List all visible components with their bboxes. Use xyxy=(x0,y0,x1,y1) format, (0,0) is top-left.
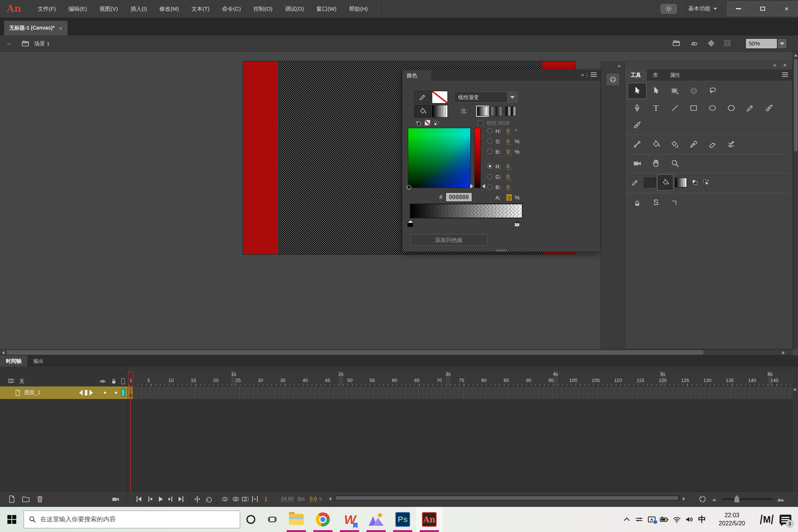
new-layer-button[interactable] xyxy=(7,495,16,504)
center-stage-icon[interactable] xyxy=(706,39,716,48)
scroll-right-arrow[interactable] xyxy=(782,351,785,355)
start-button[interactable] xyxy=(0,507,24,532)
hue-radio[interactable] xyxy=(487,128,492,133)
onion-skin-button[interactable] xyxy=(221,495,230,504)
playhead-line[interactable] xyxy=(130,386,131,491)
taskbar-app-animate-active[interactable]: An xyxy=(416,507,443,532)
menu-view[interactable]: 视图(V) xyxy=(93,0,124,17)
brightness-value[interactable]: 0 xyxy=(507,148,512,155)
volume-tray-icon[interactable] xyxy=(683,507,696,532)
fill-color-swatch-gradient[interactable] xyxy=(432,105,448,117)
timeline-empty-area[interactable] xyxy=(127,399,793,491)
green-radio[interactable] xyxy=(487,174,492,179)
hidden-icons-button[interactable] xyxy=(620,507,633,532)
layer-visibility-dot[interactable] xyxy=(104,392,106,394)
camera-tool[interactable] xyxy=(628,155,647,171)
color-picker-cursor[interactable] xyxy=(407,185,411,190)
chevron-down-icon[interactable] xyxy=(713,8,717,10)
brush-tool[interactable] xyxy=(760,100,778,116)
frame-size-slider-thumb[interactable] xyxy=(734,495,739,502)
tab-tools[interactable]: 工具 xyxy=(625,69,647,81)
collapse-dock-button[interactable]: « xyxy=(773,62,776,68)
black-white-colors-icon[interactable] xyxy=(702,179,710,186)
pen-tool[interactable] xyxy=(628,100,647,116)
stroke-color-swatch-none[interactable] xyxy=(432,91,448,103)
playhead-head[interactable] xyxy=(128,372,133,386)
flow-extend-button[interactable] xyxy=(477,106,488,116)
color-type-caret[interactable] xyxy=(507,92,518,103)
brightness-slider[interactable] xyxy=(474,128,481,188)
new-folder-button[interactable] xyxy=(21,495,30,504)
default-colors-icon[interactable] xyxy=(433,120,440,126)
alpha-value-selected[interactable]: 0 xyxy=(507,194,512,201)
go-to-last-frame-button[interactable] xyxy=(177,495,185,504)
taskbar-app-chrome[interactable] xyxy=(310,507,336,532)
gradient-stop-left[interactable] xyxy=(407,221,413,227)
zoom-in-frames-icon[interactable] xyxy=(776,495,785,504)
ime-logo-tray-icon[interactable]: M xyxy=(761,514,773,525)
panel-resize-grip[interactable] xyxy=(496,249,507,252)
timeline-scrollbar[interactable] xyxy=(335,495,680,501)
taskbar-clock[interactable]: 22:03 2022/5/20 xyxy=(712,511,752,527)
timeline-scroll-left-arrow[interactable] xyxy=(329,497,331,501)
scene-name[interactable]: 场景 1 xyxy=(34,40,50,47)
green-value[interactable]: 0 xyxy=(507,173,512,180)
ime-indicator[interactable]: 中 xyxy=(696,507,708,532)
timeline-scroll-up-arrow[interactable] xyxy=(793,388,797,391)
hue-value[interactable]: 0 xyxy=(507,127,512,134)
delete-layer-button[interactable] xyxy=(35,495,44,504)
swap-stroke-fill-icon[interactable] xyxy=(415,120,422,126)
lasso-tool[interactable] xyxy=(703,83,722,99)
swap-colors-icon[interactable] xyxy=(691,179,699,186)
workspace-switcher[interactable]: 基本功能 xyxy=(688,5,710,12)
stroke-color-swatch[interactable] xyxy=(644,178,656,187)
menu-control[interactable]: 控制(O) xyxy=(247,0,279,17)
close-dock-button[interactable]: × xyxy=(783,62,787,69)
taskbar-app-photoshop[interactable]: Ps xyxy=(389,507,416,532)
canvas-work-area[interactable]: 颜色 » 线性渐变 流: 线性 RGB xyxy=(0,52,798,349)
scroll-up-arrow[interactable] xyxy=(794,54,798,57)
flow-reflect-button[interactable] xyxy=(491,106,502,116)
paint-bucket-tool[interactable] xyxy=(647,136,665,152)
battery-tray-icon[interactable] xyxy=(658,507,671,532)
expand-panels-button[interactable]: » xyxy=(618,62,621,69)
menu-modify[interactable]: 修改(M) xyxy=(153,0,185,17)
back-arrow-icon[interactable]: ← xyxy=(6,39,13,47)
horizontal-scrollbar[interactable] xyxy=(0,349,793,355)
menu-window[interactable]: 窗口(W) xyxy=(310,0,342,17)
brightness-radio[interactable] xyxy=(487,149,492,154)
close-button[interactable]: × xyxy=(775,1,798,16)
notification-center-button[interactable]: 3 xyxy=(778,507,793,532)
stage-red-shape-left[interactable] xyxy=(243,61,278,254)
tab-properties[interactable]: 属性 xyxy=(664,69,686,81)
add-camera-button[interactable] xyxy=(111,495,120,504)
tab-output[interactable]: 输出 xyxy=(27,355,50,366)
zoom-select-caret[interactable] xyxy=(777,38,787,49)
lock-all-icon[interactable] xyxy=(110,378,117,385)
ink-bottle-tool[interactable] xyxy=(665,136,684,152)
pencil-tool[interactable] xyxy=(741,100,760,116)
go-to-first-frame-button[interactable] xyxy=(134,495,143,504)
menu-commands[interactable]: 命令(C) xyxy=(216,0,247,17)
eyedropper-tool[interactable] xyxy=(684,136,703,152)
wifi-tray-icon[interactable] xyxy=(671,507,683,532)
frame-size-slider[interactable] xyxy=(722,498,772,500)
tab-library[interactable]: 库 xyxy=(647,69,664,81)
edit-symbols-icon[interactable] xyxy=(689,39,699,48)
timeline-ruler[interactable]: 1s2s3s4s5s6s1510152025303540455055606570… xyxy=(127,371,793,386)
flow-repeat-button[interactable] xyxy=(505,106,516,116)
asset-warp-tool[interactable] xyxy=(722,136,741,152)
saturation-value[interactable]: 0 xyxy=(507,138,512,144)
edit-multiple-frames-button[interactable] xyxy=(241,495,250,504)
loop-playback-button[interactable] xyxy=(205,495,214,504)
clip-pasteboard-icon[interactable] xyxy=(723,39,732,48)
snap-to-objects-toggle[interactable] xyxy=(628,194,647,211)
modify-markers-button[interactable] xyxy=(250,495,259,504)
fill-color-swatch-gradient[interactable] xyxy=(675,178,687,187)
text-tool[interactable]: T xyxy=(647,100,665,116)
menu-insert[interactable]: 插入(I) xyxy=(124,0,153,17)
subselection-tool[interactable] xyxy=(647,83,665,99)
timeline-scroll-right-arrow[interactable] xyxy=(683,497,685,501)
current-keyframe-marker[interactable] xyxy=(84,389,88,396)
polystar-tool[interactable] xyxy=(722,100,741,116)
